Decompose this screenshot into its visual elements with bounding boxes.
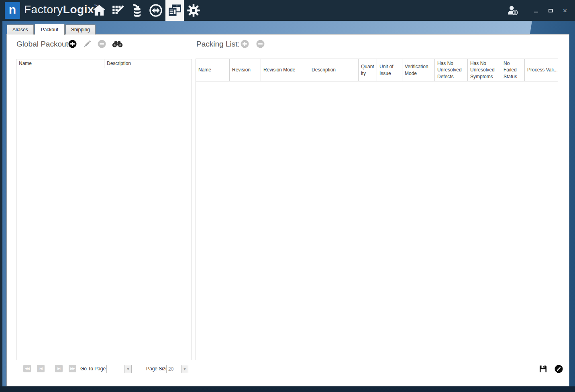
column-header-quantity[interactable]: Quantity — [359, 59, 377, 81]
user-logout-icon — [507, 4, 519, 16]
app-brand: FactoryLogix™ — [24, 3, 98, 16]
packing-list-grid-header: Name Revision Revision Mode Description … — [196, 59, 558, 81]
maximize-icon — [548, 9, 553, 12]
add-icon — [68, 39, 77, 49]
tab-strip: Aliases Packout Shipping — [7, 24, 96, 35]
pager: ◀◀ |◀ ▶| ▶▶ Go To Page ▼ Page Size ▼ — [7, 365, 569, 375]
cancel-discard-icon — [554, 364, 563, 374]
nav-database-button[interactable] — [128, 0, 146, 21]
nav-settings-button[interactable] — [184, 0, 203, 21]
titlebar: n FactoryLogix™ — [0, 0, 575, 21]
minimize-icon — [534, 12, 538, 12]
column-header-verification-mode[interactable]: Verification Mode — [402, 59, 435, 81]
save-button[interactable] — [539, 365, 547, 373]
find-binoculars-icon — [112, 40, 123, 48]
global-packout-grid: Name Description — [16, 59, 192, 360]
column-header-process-validation[interactable]: Process Vali... — [525, 59, 558, 81]
packing-list-title: Packing List: — [196, 40, 240, 49]
go-to-page-label: Go To Page — [80, 366, 106, 372]
previous-page-button[interactable]: |◀ — [37, 365, 45, 372]
left-edge-strip — [0, 21, 2, 392]
close-icon: × — [563, 7, 567, 14]
last-page-button[interactable]: ▶▶ — [69, 365, 76, 372]
column-header-name[interactable]: Name — [16, 59, 104, 68]
tab-shipping[interactable]: Shipping — [65, 24, 96, 35]
global-packout-grid-header: Name Description — [16, 59, 192, 68]
add-global-packout-button[interactable] — [68, 39, 77, 49]
go-to-page-input[interactable] — [107, 365, 124, 373]
app-window: n FactoryLogix™ — [0, 0, 575, 392]
next-page-button[interactable]: ▶| — [55, 365, 63, 372]
logo-letter: n — [9, 4, 16, 16]
footer-actions — [539, 364, 563, 374]
minimize-button[interactable] — [533, 8, 539, 13]
remove-icon — [97, 39, 106, 49]
packing-list-grid-body[interactable] — [196, 81, 558, 360]
edit-global-packout-button[interactable] — [83, 40, 92, 49]
global-packout-toolbar — [68, 39, 123, 49]
home-icon — [92, 4, 106, 17]
page-size-combo[interactable]: ▼ — [166, 365, 188, 373]
column-header-description[interactable]: Description — [309, 59, 359, 81]
global-packout-grid-body[interactable] — [16, 68, 192, 360]
column-header-no-failed-status[interactable]: No Failed Status — [501, 59, 525, 81]
aegis-logo: n — [5, 2, 20, 19]
titlebar-right: × — [507, 0, 568, 21]
find-global-packout-button[interactable] — [112, 40, 123, 48]
main-nav — [90, 0, 203, 21]
settings-gear-icon — [186, 3, 201, 18]
page-size-label: Page Size — [146, 366, 168, 372]
column-header-revision-mode[interactable]: Revision Mode — [261, 59, 309, 81]
go-to-page-combo[interactable]: ▼ — [106, 365, 132, 373]
global-packout-title: Global Packout — [16, 40, 68, 49]
column-header-unit-of-issue[interactable]: Unit of Issue — [377, 59, 402, 81]
bottom-edge-strip — [0, 386, 575, 392]
remove-icon — [256, 39, 265, 49]
packing-list-toolbar — [240, 39, 265, 49]
add-icon — [240, 39, 249, 49]
packing-list-divider — [196, 56, 554, 56]
add-packing-list-button[interactable] — [240, 39, 249, 49]
save-icon — [539, 365, 547, 373]
remove-packing-list-button[interactable] — [256, 39, 265, 49]
tab-aliases[interactable]: Aliases — [7, 24, 34, 35]
column-header-has-no-unresolved-symptoms[interactable]: Has No Unresolved Symptoms — [468, 59, 501, 81]
tab-packout[interactable]: Packout — [35, 24, 65, 35]
chevron-down-icon: ▼ — [126, 367, 130, 371]
column-header-has-no-unresolved-defects[interactable]: Has No Unresolved Defects — [435, 59, 468, 81]
maximize-button[interactable] — [548, 8, 553, 13]
column-header-description[interactable]: Description — [104, 59, 192, 68]
global-packout-divider — [16, 56, 184, 56]
brand-bold: Logix — [63, 3, 94, 16]
window-controls: × — [533, 8, 568, 13]
close-button[interactable]: × — [562, 8, 568, 13]
nav-grid-edit-button[interactable] — [109, 0, 127, 21]
database-import-icon — [130, 3, 144, 18]
packout-panel: Global Packout — [6, 34, 569, 386]
packout-windows-icon — [167, 3, 182, 18]
column-header-name[interactable]: Name — [196, 59, 230, 81]
user-logout-button[interactable] — [507, 4, 519, 16]
go-to-page-dropdown-button[interactable]: ▼ — [124, 365, 131, 373]
column-header-revision[interactable]: Revision — [230, 59, 261, 81]
nav-packout-button[interactable] — [165, 0, 184, 21]
sync-circle-icon — [149, 3, 163, 18]
remove-global-packout-button[interactable] — [97, 39, 106, 49]
nav-home-button[interactable] — [90, 0, 108, 21]
cancel-button[interactable] — [554, 364, 563, 374]
packing-list-grid: Name Revision Revision Mode Description … — [196, 59, 558, 360]
chevron-down-button[interactable]: ▼ — [181, 365, 188, 373]
edit-pencil-icon — [83, 40, 92, 49]
brand-light: Factory — [24, 3, 63, 16]
page-size-input[interactable] — [167, 365, 181, 373]
nav-sync-button[interactable] — [147, 0, 165, 21]
chevron-down-icon: ▼ — [183, 367, 187, 371]
grid-edit-icon — [111, 4, 125, 17]
first-page-button[interactable]: ◀◀ — [23, 365, 31, 372]
